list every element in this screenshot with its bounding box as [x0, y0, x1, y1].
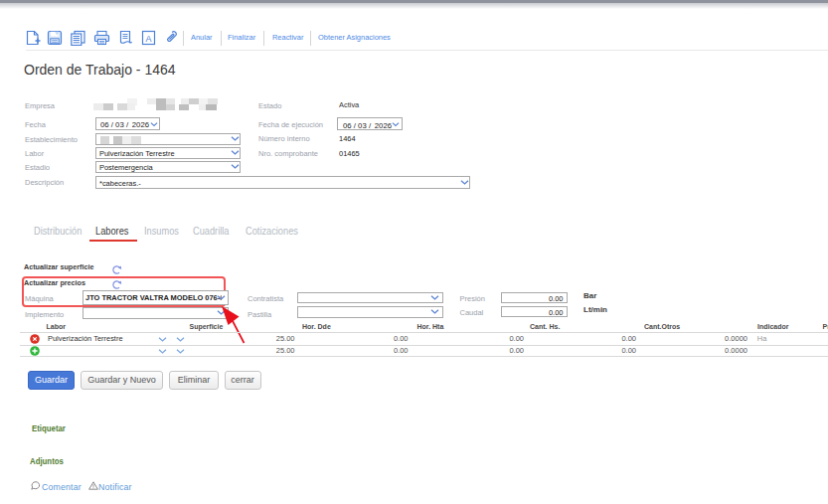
- svg-text:A: A: [145, 34, 151, 44]
